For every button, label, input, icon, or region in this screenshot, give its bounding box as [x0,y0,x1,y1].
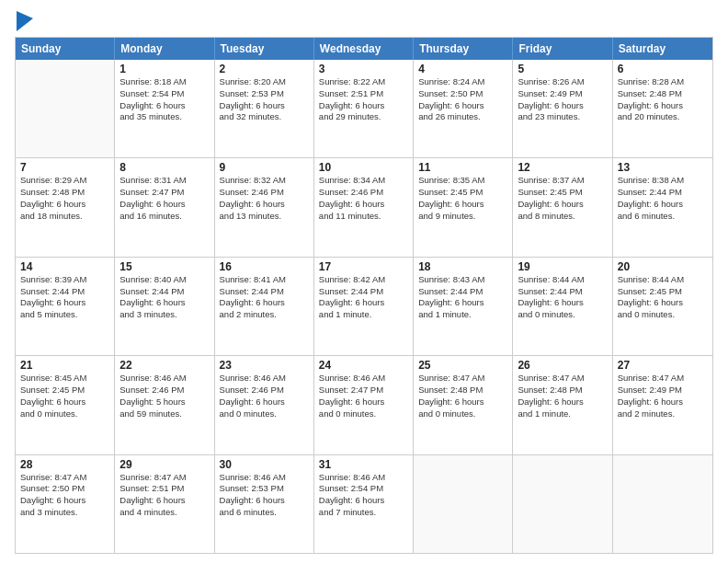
calendar-cell [613,455,712,553]
cell-info-line: Daylight: 6 hours [119,199,209,211]
calendar-cell: 25Sunrise: 8:47 AMSunset: 2:48 PMDayligh… [414,356,513,454]
cell-info-line: Sunrise: 8:37 AM [518,175,607,187]
cell-info-line: and 1 minute. [518,408,607,420]
day-number: 3 [319,63,408,75]
day-number: 17 [319,260,408,273]
day-number: 10 [319,161,408,174]
cell-info-line: Sunrise: 8:46 AM [220,472,309,484]
cell-info-line: Daylight: 6 hours [418,297,507,309]
calendar-row: 28Sunrise: 8:47 AMSunset: 2:50 PMDayligh… [16,454,712,553]
calendar-cell: 13Sunrise: 8:38 AMSunset: 2:44 PMDayligh… [613,158,712,256]
cell-info-line: Daylight: 6 hours [418,100,507,112]
cell-info-line: Sunrise: 8:41 AM [220,274,309,286]
calendar: SundayMondayTuesdayWednesdayThursdayFrid… [15,37,713,554]
cell-info-line: Sunrise: 8:31 AM [119,175,209,187]
header-day-tuesday: Tuesday [215,38,314,60]
cell-info-line: Sunrise: 8:46 AM [119,373,209,385]
cell-info-line: Sunrise: 8:47 AM [20,472,109,484]
cell-info-line: Daylight: 6 hours [418,396,507,408]
calendar-cell: 15Sunrise: 8:40 AMSunset: 2:44 PMDayligh… [115,258,214,355]
cell-info-line: Sunset: 2:44 PM [618,187,708,199]
cell-info-line: and 18 minutes. [20,211,109,223]
cell-info-line: and 9 minutes. [418,211,507,223]
cell-info-line: Sunset: 2:44 PM [418,286,507,298]
calendar-cell: 23Sunrise: 8:46 AMSunset: 2:46 PMDayligh… [215,356,314,454]
calendar-row: 1Sunrise: 8:18 AMSunset: 2:54 PMDaylight… [16,60,712,157]
cell-info-line: Daylight: 6 hours [618,199,708,211]
cell-info-line: Daylight: 5 hours [119,396,209,408]
cell-info-line: and 1 minute. [418,309,507,321]
cell-info-line: Daylight: 6 hours [618,297,708,309]
cell-info-line: Sunset: 2:50 PM [20,483,109,495]
cell-info-line: Sunset: 2:53 PM [220,483,309,495]
calendar-cell [16,60,115,157]
cell-info-line: Sunset: 2:45 PM [618,286,708,298]
day-number: 24 [319,359,408,372]
cell-info-line: and 4 minutes. [119,507,209,519]
day-number: 2 [220,63,309,75]
header [15,9,713,31]
cell-info-line: and 3 minutes. [119,309,209,321]
cell-info-line: Daylight: 6 hours [319,199,408,211]
calendar-cell: 30Sunrise: 8:46 AMSunset: 2:53 PMDayligh… [215,455,314,553]
cell-info-line: Sunset: 2:44 PM [20,286,109,298]
cell-info-line: and 16 minutes. [119,211,209,223]
cell-info-line: Daylight: 6 hours [319,100,408,112]
calendar-cell: 8Sunrise: 8:31 AMSunset: 2:47 PMDaylight… [115,158,214,256]
calendar-cell: 19Sunrise: 8:44 AMSunset: 2:44 PMDayligh… [513,258,612,355]
calendar-cell: 9Sunrise: 8:32 AMSunset: 2:46 PMDaylight… [215,158,314,256]
cell-info-line: and 5 minutes. [20,309,109,321]
cell-info-line: Daylight: 6 hours [319,495,408,507]
cell-info-line: Daylight: 6 hours [518,396,607,408]
cell-info-line: and 0 minutes. [518,309,607,321]
day-number: 8 [119,161,209,174]
cell-info-line: Sunset: 2:46 PM [220,385,309,396]
cell-info-line: Daylight: 6 hours [119,495,209,507]
calendar-cell: 4Sunrise: 8:24 AMSunset: 2:50 PMDaylight… [414,60,513,157]
cell-info-line: Daylight: 6 hours [518,100,607,112]
cell-info-line: and 0 minutes. [418,408,507,420]
cell-info-line: and 20 minutes. [618,111,708,123]
cell-info-line: Daylight: 6 hours [220,199,309,211]
cell-info-line: Sunset: 2:51 PM [319,88,408,100]
cell-info-line: Sunrise: 8:47 AM [618,373,708,385]
header-day-thursday: Thursday [414,38,513,60]
cell-info-line: Sunrise: 8:39 AM [20,274,109,286]
calendar-cell: 28Sunrise: 8:47 AMSunset: 2:50 PMDayligh… [16,455,115,553]
cell-info-line: Sunset: 2:49 PM [518,88,607,100]
header-day-wednesday: Wednesday [314,38,414,60]
cell-info-line: Sunrise: 8:44 AM [618,274,708,286]
cell-info-line: and 26 minutes. [418,111,507,123]
cell-info-line: Sunset: 2:54 PM [319,483,408,495]
calendar-cell: 14Sunrise: 8:39 AMSunset: 2:44 PMDayligh… [16,258,115,355]
day-number: 20 [618,260,708,273]
cell-info-line: and 0 minutes. [20,408,109,420]
cell-info-line: Sunrise: 8:44 AM [518,274,607,286]
cell-info-line: Sunrise: 8:22 AM [319,76,408,88]
cell-info-line: Sunset: 2:48 PM [418,385,507,396]
day-number: 23 [220,359,309,372]
cell-info-line: Sunset: 2:50 PM [418,88,507,100]
cell-info-line: Daylight: 6 hours [220,396,309,408]
day-number: 28 [20,458,109,471]
calendar-row: 7Sunrise: 8:29 AMSunset: 2:48 PMDaylight… [16,157,712,256]
day-number: 16 [220,260,309,273]
cell-info-line: and 8 minutes. [518,211,607,223]
cell-info-line: Daylight: 6 hours [220,297,309,309]
calendar-cell: 31Sunrise: 8:46 AMSunset: 2:54 PMDayligh… [314,455,414,553]
page: SundayMondayTuesdayWednesdayThursdayFrid… [0,0,728,563]
day-number: 26 [518,359,607,372]
cell-info-line: Sunset: 2:47 PM [319,385,408,396]
cell-info-line: and 2 minutes. [618,408,708,420]
cell-info-line: Sunrise: 8:38 AM [618,175,708,187]
cell-info-line: Daylight: 6 hours [518,199,607,211]
cell-info-line: Sunset: 2:46 PM [220,187,309,199]
calendar-cell: 11Sunrise: 8:35 AMSunset: 2:45 PMDayligh… [414,158,513,256]
cell-info-line: and 23 minutes. [518,111,607,123]
cell-info-line: Daylight: 6 hours [618,396,708,408]
cell-info-line: Daylight: 6 hours [220,100,309,112]
cell-info-line: Sunset: 2:45 PM [20,385,109,396]
day-number: 19 [518,260,607,273]
cell-info-line: Daylight: 6 hours [319,297,408,309]
cell-info-line: and 1 minute. [319,309,408,321]
